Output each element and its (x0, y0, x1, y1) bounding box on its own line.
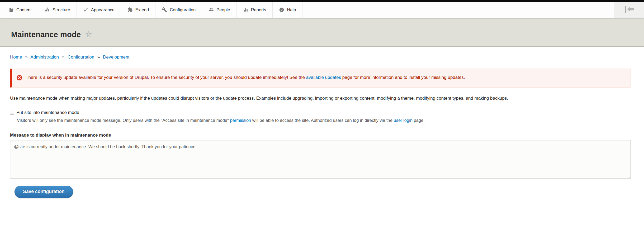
toolbar-item-label: Help (287, 7, 296, 12)
toolbar-item-label: Configuration (170, 7, 196, 12)
available-updates-link[interactable]: available updates (306, 75, 341, 80)
toolbar-item-appearance[interactable]: Appearance (77, 2, 121, 18)
toolbar-item-help[interactable]: ? Help (273, 2, 302, 18)
toolbar-item-people[interactable]: People (202, 2, 236, 18)
puzzle-icon (127, 7, 133, 12)
toolbar-item-structure[interactable]: Structure (38, 2, 77, 18)
paintbrush-icon (83, 7, 88, 12)
bar-chart-icon (243, 7, 248, 12)
error-message-box: There is a security update available for… (10, 69, 631, 88)
main-content: Home » Administration » Configuration » … (0, 55, 644, 198)
maintenance-mode-checkbox[interactable] (10, 111, 14, 115)
help-icon: ? (279, 7, 284, 12)
toolbar-item-reports[interactable]: Reports (237, 2, 273, 18)
toolbar-item-label: People (216, 7, 230, 12)
user-login-link[interactable]: user login (394, 118, 413, 123)
people-icon (209, 7, 214, 12)
message-field-label: Message to display when in maintenance m… (10, 133, 631, 138)
admin-toolbar: Content Structure Appearance Extend Conf… (0, 2, 644, 18)
breadcrumb-link-configuration[interactable]: Configuration (68, 55, 94, 60)
svg-text:?: ? (281, 8, 283, 11)
toolbar-item-label: Extend (135, 7, 149, 12)
admin-top-strip (0, 0, 644, 2)
toolbar-item-content[interactable]: Content (0, 2, 38, 18)
collapse-toolbar-icon (625, 6, 634, 14)
toolbar-item-extend[interactable]: Extend (121, 2, 155, 18)
error-text-after: page for more information and to install… (341, 75, 465, 80)
toolbar-spacer (302, 2, 614, 18)
breadcrumb-separator: » (25, 55, 27, 60)
maintenance-intro-text: Use maintenance mode when making major u… (10, 94, 631, 102)
breadcrumb-link-administration[interactable]: Administration (30, 55, 59, 60)
description-text-before: Visitors will only see the maintenance m… (17, 118, 230, 123)
page-title: Maintenance mode (11, 30, 81, 39)
breadcrumb-separator: » (62, 55, 64, 60)
maintenance-mode-checkbox-label[interactable]: Put site into maintenance mode (16, 110, 79, 115)
file-icon (8, 7, 14, 12)
sitemap-icon (45, 7, 50, 12)
star-outline-icon[interactable]: ☆ (85, 30, 92, 38)
permission-link[interactable]: permission (230, 118, 251, 123)
toolbar-item-label: Structure (53, 7, 70, 12)
breadcrumb-link-home[interactable]: Home (10, 55, 22, 60)
description-text-after: page. (413, 118, 425, 123)
maintenance-mode-checkbox-row: Put site into maintenance mode (10, 110, 631, 115)
toolbar-item-label: Appearance (91, 7, 115, 12)
toolbar-item-label: Content (16, 7, 32, 12)
save-configuration-button[interactable]: Save configuration (15, 186, 73, 198)
breadcrumb-separator: » (97, 55, 100, 60)
wrench-icon (162, 7, 167, 12)
error-message-text: There is a security update available for… (26, 73, 465, 82)
toolbar-item-label: Reports (251, 7, 266, 12)
breadcrumb-link-development[interactable]: Development (103, 55, 129, 60)
toolbar-item-configuration[interactable]: Configuration (155, 2, 202, 18)
maintenance-message-textarea[interactable]: @site is currently under maintenance. We… (10, 140, 631, 179)
error-circle-x-icon (17, 75, 22, 81)
breadcrumb: Home » Administration » Configuration » … (10, 55, 631, 60)
description-text-middle: will be able to access the site. Authori… (251, 118, 394, 123)
collapse-toolbar-button[interactable] (614, 2, 644, 18)
error-text-before: There is a security update available for… (26, 75, 306, 80)
page-header: Maintenance mode ☆ (0, 18, 644, 47)
maintenance-mode-description: Visitors will only see the maintenance m… (17, 117, 631, 124)
